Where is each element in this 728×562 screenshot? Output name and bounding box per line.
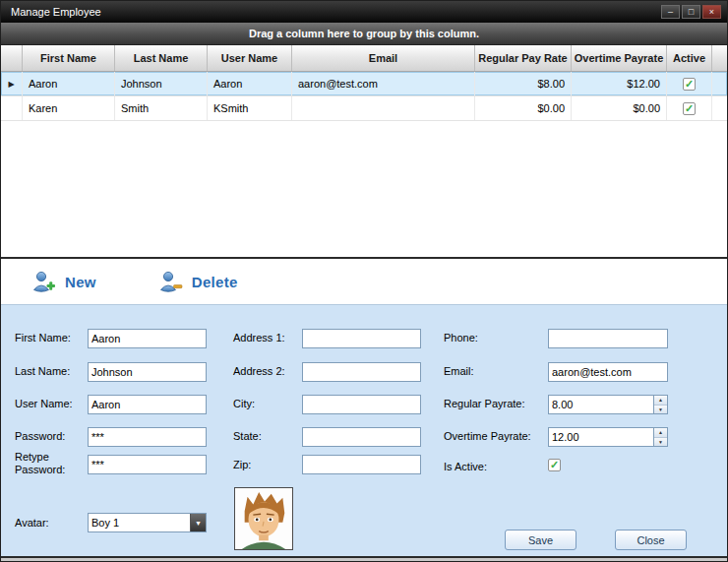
regular-payrate-stepper: ▲ ▼ (548, 395, 668, 414)
employee-form: First Name: Last Name: User Name: Passwo… (1, 304, 727, 556)
spin-down-icon[interactable]: ▼ (654, 438, 667, 447)
zip-field[interactable] (302, 455, 421, 474)
close-button[interactable]: × (702, 5, 721, 19)
maximize-icon: □ (689, 8, 694, 17)
city-field[interactable] (302, 395, 421, 414)
minimize-icon: – (668, 8, 673, 17)
row-selector-cell (1, 96, 23, 120)
retype-password-field[interactable] (88, 455, 207, 474)
minimize-button[interactable]: – (661, 5, 680, 19)
cell-last-name[interactable]: Smith (115, 96, 208, 120)
close-button[interactable]: Close (615, 530, 687, 550)
avatar-dropdown[interactable]: Boy 1 ▼ (88, 513, 207, 532)
maximize-button[interactable]: □ (682, 5, 700, 19)
row-filler (712, 96, 727, 120)
check-icon: ✓ (685, 103, 694, 114)
is-active-checkbox[interactable]: ✓ (548, 459, 561, 471)
close-icon: × (709, 8, 714, 17)
address2-label: Address 2: (233, 365, 285, 377)
user-name-field[interactable] (88, 395, 207, 414)
chevron-down-icon[interactable]: ▼ (190, 514, 206, 531)
regular-payrate-label: Regular Payrate: (444, 398, 525, 409)
check-icon: ✓ (685, 79, 694, 90)
last-name-label: Last Name: (15, 365, 70, 377)
new-employee-icon (30, 270, 56, 293)
column-header-email[interactable]: Email (292, 45, 475, 71)
title-bar: Manage Employee – □ × (1, 1, 727, 23)
cell-user-name[interactable]: Aaron (208, 72, 292, 95)
cell-user-name[interactable]: KSmith (208, 96, 292, 120)
phone-label: Phone: (444, 332, 478, 343)
regular-payrate-spin-buttons: ▲ ▼ (653, 395, 668, 414)
row-filler (712, 72, 727, 95)
cell-active[interactable]: ✓ (667, 96, 712, 120)
state-field[interactable] (302, 427, 421, 447)
column-header-regular-pay-rate[interactable]: Regular Pay Rate (475, 45, 572, 71)
column-header-active[interactable]: Active (667, 45, 712, 71)
overtime-payrate-stepper: ▲ ▼ (548, 427, 668, 447)
retype-password-label: Retype Password: (15, 451, 69, 475)
column-header-first-name[interactable]: First Name (23, 45, 115, 71)
avatar-image (234, 487, 293, 550)
address1-field[interactable] (302, 329, 421, 348)
email-field[interactable] (548, 362, 668, 382)
window-controls: – □ × (661, 5, 721, 19)
table-row-aaron[interactable]: ▶ Aaron Johnson Aaron aaron@test.com $8.… (1, 72, 727, 96)
table-row-karen[interactable]: Karen Smith KSmith $0.00 $0.00 ✓ (1, 96, 727, 121)
cell-overtime-payrate[interactable]: $12.00 (572, 72, 667, 95)
group-by-bar[interactable]: Drag a column here to group by this colu… (1, 23, 727, 45)
lower-panel: New Delete First Name: (1, 257, 727, 558)
window-title: Manage Employee (7, 6, 661, 18)
cell-regular-pay-rate[interactable]: $0.00 (475, 96, 572, 120)
column-header-user-name[interactable]: User Name (208, 45, 292, 71)
overtime-payrate-field[interactable] (548, 427, 653, 447)
cell-regular-pay-rate[interactable]: $8.00 (475, 72, 572, 95)
cell-last-name[interactable]: Johnson (115, 72, 208, 95)
cell-email[interactable] (292, 96, 475, 120)
password-field[interactable] (88, 427, 207, 447)
regular-payrate-field[interactable] (548, 395, 653, 414)
boy-avatar-illustration (235, 488, 292, 549)
check-icon: ✓ (550, 460, 559, 470)
cell-overtime-payrate[interactable]: $0.00 (572, 96, 667, 120)
selected-row-arrow-icon: ▶ (8, 80, 14, 89)
cell-first-name[interactable]: Aaron (23, 72, 115, 95)
delete-employee-icon (157, 270, 183, 293)
column-header-filler (712, 45, 727, 71)
city-label: City: (233, 398, 255, 409)
active-checkbox[interactable]: ✓ (683, 78, 696, 91)
avatar-label: Avatar: (15, 517, 49, 529)
delete-button-label: Delete (192, 274, 238, 290)
cell-first-name[interactable]: Karen (23, 96, 115, 120)
spin-up-icon[interactable]: ▲ (654, 396, 667, 406)
first-name-label: First Name: (15, 332, 71, 343)
delete-button[interactable]: Delete (157, 270, 238, 293)
save-button[interactable]: Save (505, 530, 576, 550)
is-active-label: Is Active: (444, 461, 487, 472)
last-name-field[interactable] (88, 362, 207, 382)
phone-field[interactable] (548, 329, 668, 348)
overtime-payrate-spin-buttons: ▲ ▼ (653, 427, 668, 447)
cell-email[interactable]: aaron@test.com (292, 72, 475, 95)
state-label: State: (233, 430, 262, 442)
column-header-last-name[interactable]: Last Name (115, 45, 208, 71)
grid-header-row: First Name Last Name User Name Email Reg… (1, 45, 727, 72)
zip-label: Zip: (233, 459, 251, 470)
employee-grid: First Name Last Name User Name Email Reg… (1, 45, 727, 257)
new-button[interactable]: New (30, 270, 96, 293)
avatar-dropdown-value: Boy 1 (89, 514, 190, 531)
window-bottom-edge (1, 558, 727, 561)
cell-active[interactable]: ✓ (667, 72, 712, 95)
password-label: Password: (15, 430, 65, 442)
first-name-field[interactable] (88, 329, 207, 348)
address2-field[interactable] (302, 362, 421, 382)
column-header-overtime-payrate[interactable]: Overtime Payrate (572, 45, 667, 71)
header-row-selector (1, 45, 23, 71)
row-selector-cell: ▶ (1, 72, 23, 95)
toolbar: New Delete (1, 259, 727, 304)
active-checkbox[interactable]: ✓ (683, 102, 696, 115)
spin-down-icon[interactable]: ▼ (654, 406, 667, 414)
manage-employee-window: Manage Employee – □ × Drag a column here… (0, 0, 728, 562)
spin-up-icon[interactable]: ▲ (654, 428, 667, 438)
email-label: Email: (444, 365, 474, 377)
